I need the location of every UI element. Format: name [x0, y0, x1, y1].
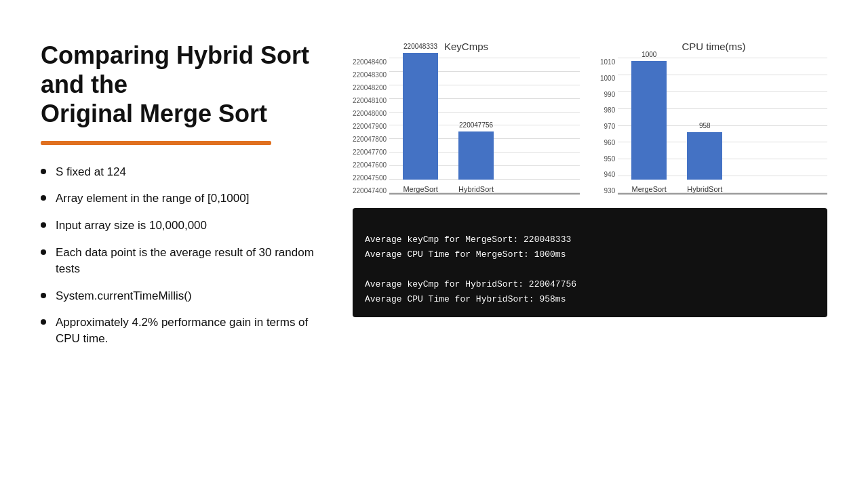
bullet-dot-4: [41, 249, 46, 255]
cpu-mergesort-bar: [631, 61, 667, 180]
keycmps-hybridsort-value: 220047756: [459, 121, 493, 129]
right-panel: KeyCmps 220048400 220048300 220048200 22…: [353, 41, 827, 461]
keycmps-x-axis: [389, 193, 580, 195]
bullet-list: S fixed at 124 Array element in the rang…: [41, 164, 326, 347]
keycmps-hybridsort-label: HybridSort: [458, 185, 494, 193]
bullet-dot-3: [41, 222, 46, 228]
keycmps-title: KeyCmps: [444, 41, 488, 52]
keycmps-bars: 220048333 MergeSort 220047756 HybridSort: [389, 58, 580, 193]
bullet-item-3: Input array size is 10,000,000: [41, 218, 326, 234]
keycmps-hybridsort-group: 220047756 HybridSort: [458, 121, 494, 193]
cpu-mergesort-group: 1000 MergeSort: [631, 51, 667, 193]
charts-row: KeyCmps 220048400 220048300 220048200 22…: [353, 41, 827, 195]
keycmps-y-axis: 220048400 220048300 220048200 220048100 …: [353, 59, 387, 195]
bullet-dot-1: [41, 169, 46, 174]
keycmps-mergesort-bar: [403, 53, 438, 180]
bullet-item-1: S fixed at 124: [41, 164, 326, 180]
bullet-dot-6: [41, 319, 46, 325]
cpu-hybridsort-group: 958 HybridSort: [687, 122, 722, 193]
keycmps-chart-body: 220048333 MergeSort 220047756 HybridSort: [389, 58, 580, 195]
title-underline: [41, 141, 271, 145]
terminal-output: Average keyCmp for MergeSort: 220048333 …: [353, 208, 827, 317]
cpu-chart: CPU time(ms) 1010 1000 990 980 970 960 9…: [600, 41, 827, 195]
keycmps-hybridsort-bar: [458, 131, 494, 180]
bullet-item-5: System.currentTimeMillis(): [41, 288, 326, 304]
bullet-item-2: Array element in the range of [0,1000]: [41, 190, 326, 207]
cpu-bars: 1000 MergeSort 958 HybridSort: [618, 58, 827, 193]
bullet-item-4: Each data point is the average result of…: [41, 245, 326, 277]
cpu-chart-area: 1010 1000 990 980 970 960 950 940 930: [600, 58, 827, 195]
left-panel: Comparing Hybrid Sort and the Original M…: [41, 41, 326, 461]
cpu-hybridsort-label: HybridSort: [687, 185, 722, 193]
bullet-dot-2: [41, 195, 46, 201]
keycmps-chart: KeyCmps 220048400 220048300 220048200 22…: [353, 41, 580, 195]
keycmps-mergesort-label: MergeSort: [403, 185, 437, 193]
cpu-y-axis: 1010 1000 990 980 970 960 950 940 930: [600, 59, 615, 195]
cpu-mergesort-label: MergeSort: [632, 185, 667, 193]
cpu-x-axis: [618, 193, 827, 195]
keycmps-mergesort-value: 220048333: [403, 43, 437, 50]
cpu-hybridsort-value: 958: [699, 122, 711, 129]
cpu-title: CPU time(ms): [682, 41, 745, 52]
cpu-chart-body: 1000 MergeSort 958 HybridSort: [618, 58, 827, 195]
slide-title: Comparing Hybrid Sort and the Original M…: [41, 41, 326, 129]
bullet-dot-5: [41, 293, 46, 298]
cpu-hybridsort-bar: [687, 132, 722, 180]
keycmps-chart-area: 220048400 220048300 220048200 220048100 …: [353, 58, 580, 195]
bullet-item-6: Approximately 4.2% performance gain in t…: [41, 314, 326, 347]
cpu-mergesort-value: 1000: [642, 51, 656, 58]
keycmps-mergesort-group: 220048333 MergeSort: [403, 43, 438, 193]
slide: Comparing Hybrid Sort and the Original M…: [0, 0, 868, 488]
